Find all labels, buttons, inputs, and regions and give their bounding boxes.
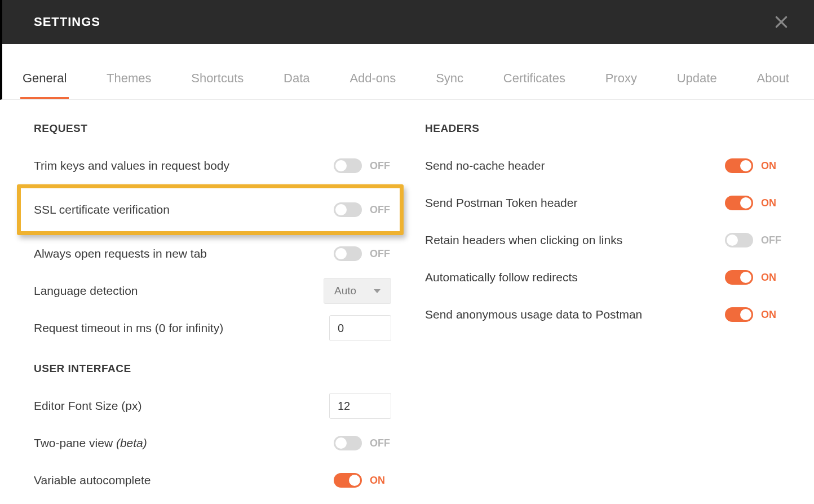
tab-themes[interactable]: Themes bbox=[104, 44, 153, 99]
label-ssl-verification: SSL certificate verification bbox=[34, 203, 170, 216]
toggle-state-ssl: OFF bbox=[370, 204, 391, 216]
toggle-knob bbox=[727, 235, 738, 246]
section-title-headers: HEADERS bbox=[425, 122, 782, 135]
toggle-trim-keys[interactable] bbox=[334, 158, 362, 173]
toggle-two-pane[interactable] bbox=[334, 436, 362, 450]
right-column: HEADERS Send no-cache header ON Send Pos… bbox=[425, 122, 782, 499]
toggle-state-anon: ON bbox=[761, 309, 782, 321]
section-title-request: REQUEST bbox=[34, 122, 391, 135]
toggle-new-tab[interactable] bbox=[334, 246, 362, 261]
row-editor-font-size: Editor Font Size (px) bbox=[34, 387, 391, 425]
toggle-state-nocache: ON bbox=[761, 160, 782, 172]
close-button[interactable] bbox=[772, 13, 790, 31]
row-anon-usage: Send anonymous usage data to Postman ON bbox=[425, 296, 782, 333]
label-postman-token: Send Postman Token header bbox=[425, 196, 577, 210]
toggle-state-redirect: ON bbox=[761, 272, 782, 284]
toggle-state-trim: OFF bbox=[370, 160, 391, 172]
toggle-knob bbox=[335, 204, 347, 215]
section-title-ui: USER INTERFACE bbox=[34, 362, 391, 375]
tab-update[interactable]: Update bbox=[675, 44, 719, 99]
row-trim-keys: Trim keys and values in request body OFF bbox=[34, 147, 391, 184]
label-no-cache: Send no-cache header bbox=[425, 159, 545, 173]
label-retain-headers: Retain headers when clicking on links bbox=[425, 233, 622, 247]
row-postman-token: Send Postman Token header ON bbox=[425, 184, 782, 222]
row-follow-redirects: Automatically follow redirects ON bbox=[425, 259, 782, 296]
dialog-title: SETTINGS bbox=[34, 15, 100, 29]
toggle-ssl-verification[interactable] bbox=[334, 202, 362, 217]
row-new-tab: Always open requests in new tab OFF bbox=[34, 235, 391, 272]
tab-sync[interactable]: Sync bbox=[433, 44, 466, 99]
toggle-postman-token[interactable] bbox=[725, 196, 753, 210]
toggle-no-cache[interactable] bbox=[725, 158, 753, 173]
label-follow-redirects: Automatically follow redirects bbox=[425, 271, 578, 284]
tab-certificates[interactable]: Certificates bbox=[501, 44, 568, 99]
toggle-knob bbox=[740, 160, 751, 171]
row-retain-headers: Retain headers when clicking on links OF… bbox=[425, 222, 782, 259]
highlight-ssl-verification: SSL certificate verification OFF bbox=[17, 184, 404, 235]
label-new-tab: Always open requests in new tab bbox=[34, 247, 207, 260]
tab-proxy[interactable]: Proxy bbox=[603, 44, 639, 99]
toggle-wrap: OFF bbox=[725, 233, 782, 247]
toggle-wrap: ON bbox=[725, 270, 782, 285]
toggle-anon-usage[interactable] bbox=[725, 307, 753, 322]
toggle-knob bbox=[349, 475, 360, 486]
input-request-timeout[interactable] bbox=[329, 315, 391, 341]
toggle-wrap: ON bbox=[725, 307, 782, 322]
titlebar: SETTINGS bbox=[0, 0, 814, 44]
row-request-timeout: Request timeout in ms (0 for infinity) bbox=[34, 310, 391, 347]
label-two-pane-beta: (beta) bbox=[116, 436, 147, 449]
row-ssl-verification: SSL certificate verification OFF bbox=[34, 202, 391, 217]
toggle-knob bbox=[740, 309, 751, 320]
toggle-wrap: OFF bbox=[334, 436, 391, 450]
label-request-timeout: Request timeout in ms (0 for infinity) bbox=[34, 321, 223, 335]
label-two-pane-text: Two-pane view bbox=[34, 436, 116, 449]
toggle-variable-autocomplete[interactable] bbox=[334, 473, 362, 488]
close-icon bbox=[774, 15, 789, 29]
content: REQUEST Trim keys and values in request … bbox=[0, 100, 814, 499]
select-language-detection[interactable]: Auto bbox=[324, 278, 391, 304]
toggle-state-twopane: OFF bbox=[370, 437, 391, 449]
label-trim-keys: Trim keys and values in request body bbox=[34, 159, 229, 173]
label-variable-autocomplete: Variable autocomplete bbox=[34, 474, 151, 487]
input-editor-font-size[interactable] bbox=[329, 393, 391, 419]
spacer bbox=[34, 347, 391, 362]
tab-general[interactable]: General bbox=[20, 44, 69, 99]
toggle-knob bbox=[740, 197, 751, 209]
tabbar: General Themes Shortcuts Data Add-ons Sy… bbox=[0, 44, 814, 100]
row-no-cache: Send no-cache header ON bbox=[425, 147, 782, 184]
toggle-wrap: OFF bbox=[334, 158, 391, 173]
toggle-wrap: OFF bbox=[334, 246, 391, 261]
toggle-state-pmtoken: ON bbox=[761, 197, 782, 209]
tab-about[interactable]: About bbox=[754, 44, 791, 99]
label-two-pane: Two-pane view (beta) bbox=[34, 436, 147, 450]
toggle-state-retain: OFF bbox=[761, 235, 782, 246]
row-two-pane: Two-pane view (beta) OFF bbox=[34, 425, 391, 462]
toggle-state-varauto: ON bbox=[370, 475, 391, 487]
caret-down-icon bbox=[374, 289, 381, 293]
toggle-knob bbox=[335, 248, 347, 259]
label-anon-usage: Send anonymous usage data to Postman bbox=[425, 308, 642, 321]
tab-shortcuts[interactable]: Shortcuts bbox=[189, 44, 246, 99]
toggle-wrap: ON bbox=[725, 196, 782, 210]
toggle-wrap: ON bbox=[725, 158, 782, 173]
label-editor-font-size: Editor Font Size (px) bbox=[34, 399, 141, 413]
label-language-detection: Language detection bbox=[34, 284, 138, 298]
toggle-wrap: ON bbox=[334, 473, 391, 488]
tab-addons[interactable]: Add-ons bbox=[347, 44, 398, 99]
toggle-follow-redirects[interactable] bbox=[725, 270, 753, 285]
toggle-knob bbox=[335, 437, 347, 449]
row-variable-autocomplete: Variable autocomplete ON bbox=[34, 462, 391, 499]
toggle-retain-headers[interactable] bbox=[725, 233, 753, 247]
toggle-wrap: OFF bbox=[334, 202, 391, 217]
toggle-knob bbox=[335, 160, 347, 171]
tab-data[interactable]: Data bbox=[281, 44, 312, 99]
select-value-language: Auto bbox=[334, 285, 356, 297]
toggle-state-newtab: OFF bbox=[370, 248, 391, 260]
toggle-knob bbox=[740, 272, 751, 283]
left-column: REQUEST Trim keys and values in request … bbox=[34, 122, 391, 499]
row-language-detection: Language detection Auto bbox=[34, 272, 391, 310]
